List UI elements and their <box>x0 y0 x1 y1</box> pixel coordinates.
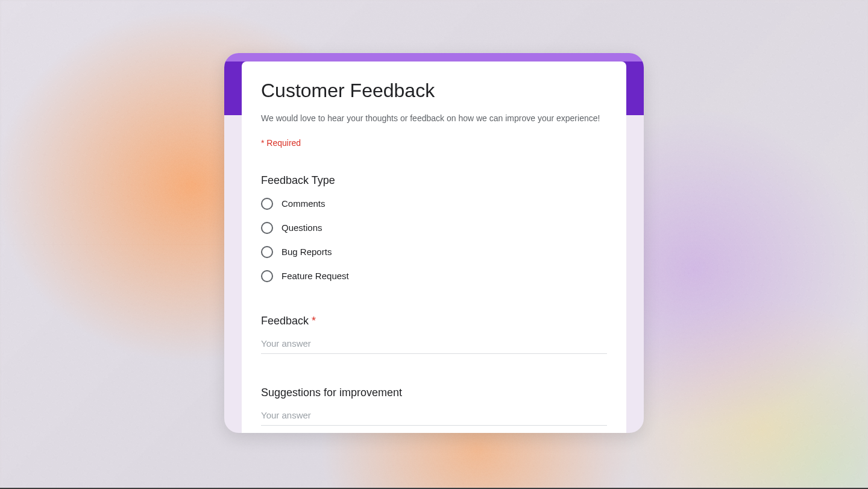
form-description: We would love to hear your thoughts or f… <box>261 113 607 125</box>
radio-option-bug-reports[interactable]: Bug Reports <box>261 246 607 258</box>
question-title-feedback-type: Feedback Type <box>261 174 607 187</box>
form-title: Customer Feedback <box>261 80 607 102</box>
radio-icon <box>261 198 273 210</box>
required-indicator: * Required <box>261 138 607 148</box>
radio-option-comments[interactable]: Comments <box>261 198 607 210</box>
feedback-input[interactable] <box>261 336 607 354</box>
header-inner: Customer Feedback We would love to hear … <box>242 62 626 166</box>
radio-group-feedback-type: Comments Questions Bug Reports Feature R… <box>261 198 607 282</box>
question-title-text: Feedback <box>261 315 312 327</box>
form-body: Customer Feedback We would love to hear … <box>224 62 644 433</box>
radio-label: Feature Request <box>281 271 349 281</box>
question-title-suggestions: Suggestions for improvement <box>261 386 607 399</box>
radio-icon <box>261 270 273 282</box>
radio-label: Bug Reports <box>281 247 332 257</box>
form-container: Customer Feedback We would love to hear … <box>224 53 644 433</box>
radio-option-questions[interactable]: Questions <box>261 222 607 234</box>
question-feedback: Feedback * <box>242 299 626 371</box>
question-title-feedback: Feedback * <box>261 315 607 327</box>
radio-label: Comments <box>281 198 326 209</box>
radio-option-feature-request[interactable]: Feature Request <box>261 270 607 282</box>
required-star-icon: * <box>312 315 316 327</box>
suggestions-input[interactable] <box>261 408 607 426</box>
radio-icon <box>261 222 273 234</box>
question-suggestions: Suggestions for improvement <box>242 371 626 433</box>
form-accent-bar <box>224 53 644 62</box>
question-feedback-type: Feedback Type Comments Questions Bug Rep… <box>242 166 626 299</box>
radio-icon <box>261 246 273 258</box>
form-header-card: Customer Feedback We would love to hear … <box>242 62 626 166</box>
radio-label: Questions <box>281 222 322 233</box>
